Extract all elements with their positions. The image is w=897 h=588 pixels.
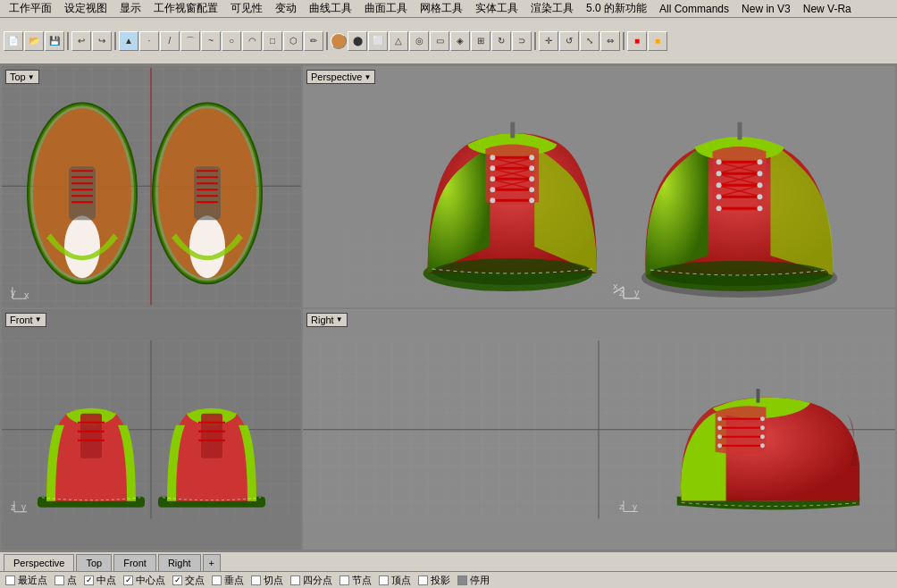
tool-rect[interactable]: □ <box>263 31 282 51</box>
tab-add-button[interactable]: + <box>203 554 221 571</box>
tool-move[interactable]: ✛ <box>539 31 558 51</box>
menu-curve-tools[interactable]: 曲线工具 <box>304 0 357 18</box>
svg-point-53 <box>529 187 534 192</box>
snap-vertex-checkbox[interactable] <box>379 575 389 585</box>
tool-revolve[interactable]: ↻ <box>491 31 511 51</box>
tool-sweep[interactable]: ⊃ <box>512 31 532 51</box>
snap-midpoint-checkbox[interactable] <box>84 575 94 585</box>
menu-setview[interactable]: 设定视图 <box>59 0 113 18</box>
tool-plane[interactable]: ▭ <box>430 31 449 51</box>
menu-transform[interactable]: 变动 <box>270 0 302 18</box>
svg-point-118 <box>717 434 722 439</box>
separator-1 <box>67 32 69 50</box>
svg-rect-20 <box>194 166 221 220</box>
snap-point-label: 点 <box>67 574 77 587</box>
snap-perp[interactable]: 垂点 <box>212 574 244 587</box>
menu-bar: 工作平面 设定视图 显示 工作视窗配置 可见性 变动 曲线工具 曲面工具 网格工… <box>0 0 897 18</box>
tool-cone[interactable]: △ <box>389 31 408 51</box>
tool-undo[interactable]: ↩ <box>71 31 91 51</box>
tool-loft[interactable]: ⊞ <box>471 31 490 51</box>
snap-disable[interactable]: 停用 <box>457 574 490 587</box>
svg-point-116 <box>717 425 722 430</box>
tool-freeform[interactable]: ✏ <box>304 31 323 51</box>
snap-knot-checkbox[interactable] <box>340 575 349 585</box>
viewport-right-label[interactable]: Right <box>306 313 348 327</box>
snap-center-checkbox[interactable] <box>123 575 133 585</box>
tool-open[interactable]: 📂 <box>24 31 44 51</box>
tool-new[interactable]: 📄 <box>4 31 23 51</box>
svg-point-8 <box>64 215 100 278</box>
snap-center[interactable]: 中心点 <box>123 574 165 587</box>
tool-sphere[interactable] <box>331 33 347 49</box>
snap-perp-label: 垂点 <box>224 574 244 587</box>
menu-render-tools[interactable]: 渲染工具 <box>525 0 579 18</box>
viewport-right[interactable]: Right <box>303 309 895 550</box>
snap-disable-checkbox[interactable] <box>457 575 467 585</box>
snap-intersect-checkbox[interactable] <box>172 575 182 585</box>
menu-mesh-tools[interactable]: 网格工具 <box>415 0 468 18</box>
snap-tan[interactable]: 切点 <box>251 574 283 587</box>
tool-save[interactable]: 💾 <box>45 31 64 51</box>
viewport-top-label[interactable]: Top <box>5 70 39 84</box>
viewport-top[interactable]: Top <box>2 66 301 307</box>
menu-surface-tools[interactable]: 曲面工具 <box>359 0 413 18</box>
svg-point-76 <box>717 194 722 199</box>
snap-quad[interactable]: 四分点 <box>290 574 332 587</box>
menu-new-features[interactable]: 5.0 的新功能 <box>581 0 652 18</box>
tool-curve[interactable]: ~ <box>201 31 221 51</box>
tool-line[interactable]: / <box>160 31 180 51</box>
tool-circle[interactable]: ○ <box>222 31 241 51</box>
tool-rotate[interactable]: ↺ <box>559 31 579 51</box>
snap-project[interactable]: 投影 <box>418 574 450 587</box>
snap-point-checkbox[interactable] <box>54 575 64 585</box>
snap-vertex[interactable]: 顶点 <box>379 574 411 587</box>
svg-point-55 <box>529 197 534 203</box>
snap-tan-checkbox[interactable] <box>251 575 261 585</box>
tool-redo[interactable]: ↪ <box>92 31 112 51</box>
menu-solid-tools[interactable]: 实体工具 <box>470 0 524 18</box>
menu-new-v3[interactable]: New in V3 <box>736 1 796 17</box>
tab-right[interactable]: Right <box>158 554 201 571</box>
tool-point[interactable]: · <box>139 31 159 51</box>
tool-cylinder[interactable]: ⬤ <box>348 31 367 51</box>
viewport-front-label[interactable]: Front <box>5 313 46 327</box>
tab-top[interactable]: Top <box>76 554 112 571</box>
tool-select[interactable]: ▲ <box>119 31 138 51</box>
svg-point-117 <box>760 425 765 430</box>
svg-point-119 <box>760 434 765 439</box>
snap-midpoint[interactable]: 中点 <box>84 574 116 587</box>
tab-front[interactable]: Front <box>113 554 156 571</box>
menu-workplane[interactable]: 工作平面 <box>4 0 57 18</box>
viewport-perspective-label[interactable]: Perspective <box>306 70 375 84</box>
tool-render[interactable]: ■ <box>627 31 647 51</box>
tool-render2[interactable]: ■ <box>648 31 667 51</box>
svg-point-72 <box>717 171 722 176</box>
tab-perspective[interactable]: Perspective <box>4 554 74 571</box>
svg-rect-122 <box>756 388 759 402</box>
svg-point-46 <box>490 155 495 160</box>
snap-point[interactable]: 点 <box>54 574 77 587</box>
snap-nearest-checkbox[interactable] <box>5 575 15 585</box>
tool-surface[interactable]: ◈ <box>450 31 470 51</box>
tool-scale[interactable]: ⤡ <box>580 31 599 51</box>
tool-mirror[interactable]: ⇔ <box>600 31 620 51</box>
menu-visibility[interactable]: 可见性 <box>225 0 268 18</box>
tool-polygon[interactable]: ⬡ <box>283 31 303 51</box>
snap-nearest[interactable]: 最近点 <box>5 574 47 587</box>
snap-quad-checkbox[interactable] <box>290 575 300 585</box>
status-bar: 最近点 点 中点 中心点 交点 垂点 切点 四分点 节点 顶点 投影 <box>0 571 897 588</box>
menu-all-commands[interactable]: All Commands <box>654 1 734 17</box>
menu-new-vray[interactable]: New V-Ra <box>798 1 857 17</box>
tool-box[interactable]: ⬜ <box>368 31 388 51</box>
viewport-front[interactable]: Front <box>2 309 301 550</box>
menu-display[interactable]: 显示 <box>114 0 147 18</box>
tool-arc[interactable]: ◠ <box>242 31 262 51</box>
snap-knot[interactable]: 节点 <box>340 574 372 587</box>
snap-perp-checkbox[interactable] <box>212 575 222 585</box>
tool-torus[interactable]: ◎ <box>409 31 429 51</box>
menu-viewport-config[interactable]: 工作视窗配置 <box>148 0 223 18</box>
viewport-perspective[interactable]: Perspective <box>303 66 895 307</box>
tool-polyline[interactable]: ⌒ <box>180 31 200 51</box>
snap-project-checkbox[interactable] <box>418 575 428 585</box>
snap-intersect[interactable]: 交点 <box>172 574 205 587</box>
